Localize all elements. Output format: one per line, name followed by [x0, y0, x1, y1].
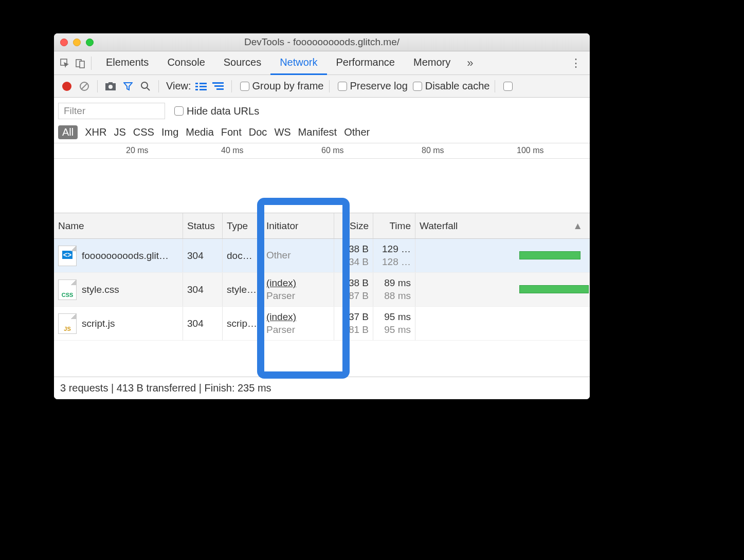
tab-sources[interactable]: Sources [214, 51, 270, 75]
preserve-log-checkbox[interactable]: Preserve log [338, 80, 408, 92]
table-header: Name Status Type Initiator Size Time Wat… [54, 213, 590, 239]
initiator-link[interactable]: (index) [266, 311, 330, 324]
disable-cache-checkbox[interactable]: Disable cache [413, 80, 490, 92]
tab-memory[interactable]: Memory [404, 51, 460, 75]
filter-type-other[interactable]: Other [344, 126, 370, 138]
large-rows-icon[interactable] [193, 79, 209, 94]
record-button[interactable] [59, 79, 75, 94]
column-status[interactable]: Status [183, 213, 223, 238]
resource-size: 287 B [343, 290, 369, 303]
resource-size: 81 B [349, 324, 369, 337]
tabs-overflow-button[interactable]: » [460, 51, 480, 75]
svg-rect-10 [195, 83, 198, 84]
total-time: 129 … [382, 243, 411, 256]
waterfall-cell [420, 239, 586, 272]
filter-input[interactable]: Filter [58, 103, 165, 119]
total-time: 95 ms [384, 311, 411, 324]
status-bar: 3 requests | 413 B transferred | Finish:… [54, 377, 590, 399]
file-type-icon: CSS [58, 279, 77, 300]
window-titlebar: DevTools - fooooooooods.glitch.me/ [54, 33, 590, 51]
disable-cache-label: Disable cache [425, 80, 490, 92]
timeline-overview[interactable]: 20 ms 40 ms 60 ms 80 ms 100 ms [54, 143, 590, 213]
filter-type-css[interactable]: CSS [133, 126, 154, 138]
latency-time: 88 ms [384, 290, 411, 303]
svg-rect-16 [212, 82, 224, 84]
column-size[interactable]: Size [334, 213, 373, 238]
transfer-size: 138 B [343, 243, 369, 256]
filter-type-img[interactable]: Img [161, 126, 178, 138]
svg-line-4 [81, 83, 87, 89]
resource-type-filters: All XHR JS CSS Img Media Font Doc WS Man… [58, 121, 586, 143]
filter-type-font[interactable]: Font [221, 126, 242, 138]
filter-type-manifest[interactable]: Manifest [298, 126, 337, 138]
empty-space [54, 341, 590, 377]
filter-type-xhr[interactable]: XHR [85, 126, 106, 138]
waterfall-bar [519, 285, 589, 293]
svg-rect-12 [195, 86, 198, 87]
transfer-size: 137 B [343, 311, 369, 324]
column-type[interactable]: Type [223, 213, 262, 238]
svg-rect-15 [199, 89, 207, 90]
svg-rect-2 [80, 61, 84, 68]
request-name: style.css [82, 284, 119, 295]
svg-point-8 [141, 82, 148, 88]
tab-console[interactable]: Console [158, 51, 214, 75]
search-icon[interactable] [138, 79, 153, 94]
initiator-text: Other [266, 249, 330, 262]
column-name[interactable]: Name [54, 213, 183, 238]
timeline-tick: 60 ms [321, 146, 344, 155]
table-row[interactable]: <> fooooooooods.glit… 304 doc… Other 138… [54, 239, 590, 273]
request-name: fooooooooods.glit… [82, 250, 169, 262]
resource-type: doc… [227, 250, 252, 262]
filter-type-js[interactable]: JS [114, 126, 125, 138]
waterfall-bar [519, 251, 581, 259]
devtools-window: DevTools - fooooooooods.glitch.me/ Eleme… [54, 33, 590, 399]
transfer-size: 138 B [343, 277, 369, 290]
offline-checkbox[interactable] [503, 82, 513, 91]
column-time[interactable]: Time [373, 213, 415, 238]
filter-type-media[interactable]: Media [186, 126, 213, 138]
initiator-link[interactable]: (index) [266, 277, 330, 290]
status-code: 304 [187, 284, 204, 295]
filter-type-all[interactable]: All [58, 125, 78, 139]
timeline-tick: 40 ms [221, 146, 244, 155]
tab-performance[interactable]: Performance [327, 51, 405, 75]
svg-line-9 [147, 88, 150, 90]
tab-elements[interactable]: Elements [97, 51, 158, 75]
timeline-ruler: 20 ms 40 ms 60 ms 80 ms 100 ms [54, 143, 590, 159]
separator [97, 80, 98, 92]
capture-screenshots-icon[interactable] [103, 79, 118, 94]
svg-rect-13 [199, 86, 207, 87]
sort-indicator-icon: ▲ [573, 220, 583, 232]
panel-tabbar: Elements Console Sources Network Perform… [54, 51, 590, 75]
clear-button[interactable] [77, 79, 92, 94]
hide-data-urls-checkbox[interactable]: Hide data URLs [174, 105, 259, 117]
preserve-log-label: Preserve log [350, 80, 408, 92]
panel-tabs: Elements Console Sources Network Perform… [97, 51, 480, 75]
group-by-frame-checkbox[interactable]: Group by frame [240, 80, 324, 92]
column-initiator[interactable]: Initiator [262, 213, 334, 238]
requests-table: Name Status Type Initiator Size Time Wat… [54, 213, 590, 377]
view-label: View: [166, 80, 191, 92]
waterfall-cell [420, 307, 586, 340]
table-row[interactable]: CSS style.css 304 style… (index)Parser 1… [54, 273, 590, 307]
settings-menu-icon[interactable]: ⋮ [565, 57, 587, 70]
filter-toggle-icon[interactable] [120, 79, 136, 94]
svg-point-7 [108, 85, 113, 89]
timeline-tick: 100 ms [517, 146, 543, 155]
separator [329, 80, 330, 92]
total-time: 89 ms [384, 277, 411, 290]
column-waterfall[interactable]: Waterfall▲ [415, 213, 590, 238]
device-toolbar-icon[interactable] [72, 55, 88, 71]
initiator-sub: Parser [266, 290, 330, 303]
filter-type-ws[interactable]: WS [274, 126, 291, 138]
hide-data-urls-label: Hide data URLs [187, 105, 259, 117]
table-row[interactable]: JS script.js 304 scrip… (index)Parser 13… [54, 307, 590, 341]
filter-type-doc[interactable]: Doc [249, 126, 267, 138]
overview-toggle-icon[interactable] [211, 79, 226, 94]
svg-rect-18 [216, 88, 224, 90]
tab-network[interactable]: Network [270, 51, 326, 75]
inspect-element-icon[interactable] [57, 55, 72, 71]
separator [231, 80, 232, 92]
svg-rect-6 [108, 82, 113, 84]
